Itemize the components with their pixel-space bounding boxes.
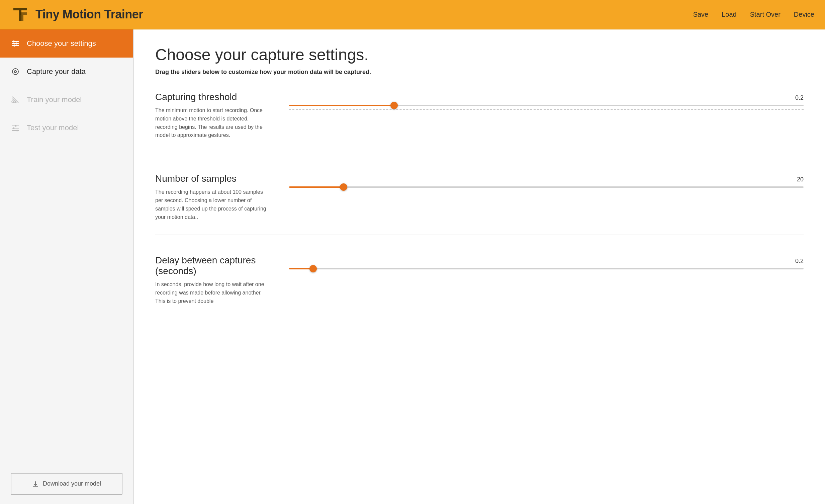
setting-control-delay: 0.2	[289, 255, 804, 269]
nav-load[interactable]: Load	[722, 11, 737, 18]
setting-row-num-samples: Number of samples The recording happens …	[155, 173, 804, 221]
header-nav: Save Load Start Over Device	[693, 11, 814, 18]
main-layout: Choose your settings Capture your data	[0, 29, 825, 504]
sidebar-item-train-model: Train your model	[0, 86, 133, 114]
page-title: Choose your capture settings.	[155, 46, 804, 64]
setting-desc-capturing-threshold: The minimum motion to start recording. O…	[155, 106, 269, 140]
setting-section-capturing-threshold: Capturing threshold The minimum motion t…	[155, 92, 804, 153]
sidebar-item-choose-settings-label: Choose your settings	[27, 39, 96, 48]
slider-container-threshold	[289, 105, 804, 110]
tf-logo-icon	[11, 5, 29, 24]
setting-value-row-samples: 20	[289, 176, 804, 183]
setting-section-delay: Delay between captures (seconds) In seco…	[155, 255, 804, 318]
svg-point-5	[15, 43, 17, 45]
setting-value-threshold: 0.2	[790, 94, 804, 101]
sliders-icon	[11, 39, 20, 48]
setting-section-num-samples: Number of samples The recording happens …	[155, 173, 804, 235]
sidebar-item-train-model-label: Train your model	[27, 95, 82, 104]
setting-title-delay: Delay between captures (seconds)	[155, 255, 269, 276]
slider-delay[interactable]	[289, 268, 804, 269]
setting-value-samples: 20	[790, 176, 804, 183]
scissors-icon	[11, 95, 20, 104]
equalizer-icon	[11, 123, 20, 133]
setting-control-capturing-threshold: 0.2	[289, 92, 804, 110]
radio-icon	[11, 67, 20, 76]
setting-value-row-threshold: 0.2	[289, 94, 804, 101]
setting-info-num-samples: Number of samples The recording happens …	[155, 173, 269, 221]
main-content: Choose your capture settings. Drag the s…	[134, 29, 825, 504]
nav-device[interactable]: Device	[794, 11, 814, 18]
slider-container-delay	[289, 268, 804, 269]
nav-save[interactable]: Save	[693, 11, 708, 18]
setting-row-capturing-threshold: Capturing threshold The minimum motion t…	[155, 92, 804, 140]
svg-point-17	[15, 125, 17, 127]
sidebar-item-capture-data-label: Capture your data	[27, 67, 86, 76]
svg-point-12	[12, 101, 14, 103]
nav-start-over[interactable]: Start Over	[750, 11, 780, 18]
svg-point-6	[13, 45, 15, 47]
slider-dashed-threshold	[289, 110, 804, 110]
sidebar-items: Choose your settings Capture your data	[0, 29, 133, 142]
svg-point-4	[13, 41, 15, 43]
download-icon	[32, 481, 39, 487]
svg-point-9	[15, 71, 16, 72]
page-subtitle: Drag the sliders below to customize how …	[155, 69, 804, 76]
header-left: Tiny Motion Trainer	[11, 5, 143, 24]
setting-control-num-samples: 20	[289, 173, 804, 188]
sidebar-item-choose-settings[interactable]: Choose your settings	[0, 29, 133, 58]
setting-value-delay: 0.2	[790, 258, 804, 265]
svg-point-19	[16, 130, 18, 132]
setting-title-num-samples: Number of samples	[155, 173, 269, 184]
setting-title-capturing-threshold: Capturing threshold	[155, 92, 269, 102]
slider-threshold[interactable]	[289, 105, 804, 106]
download-model-button[interactable]: Download your model	[11, 473, 123, 495]
slider-container-samples	[289, 187, 804, 188]
setting-info-capturing-threshold: Capturing threshold The minimum motion t…	[155, 92, 269, 140]
download-button-label: Download your model	[43, 480, 101, 487]
svg-point-18	[13, 128, 15, 129]
app-title: Tiny Motion Trainer	[35, 7, 143, 21]
slider-samples[interactable]	[289, 187, 804, 188]
sidebar-item-test-model-label: Test your model	[27, 124, 79, 132]
setting-desc-num-samples: The recording happens at about 100 sampl…	[155, 188, 269, 221]
sidebar: Choose your settings Capture your data	[0, 29, 134, 504]
sidebar-footer: Download your model	[0, 463, 133, 504]
setting-value-row-delay: 0.2	[289, 258, 804, 265]
app-header: Tiny Motion Trainer Save Load Start Over…	[0, 0, 825, 29]
setting-desc-delay: In seconds, provide how long to wait aft…	[155, 280, 269, 305]
setting-info-delay: Delay between captures (seconds) In seco…	[155, 255, 269, 305]
setting-row-delay: Delay between captures (seconds) In seco…	[155, 255, 804, 305]
sidebar-item-capture-data[interactable]: Capture your data	[0, 58, 133, 86]
sidebar-item-test-model: Test your model	[0, 114, 133, 142]
